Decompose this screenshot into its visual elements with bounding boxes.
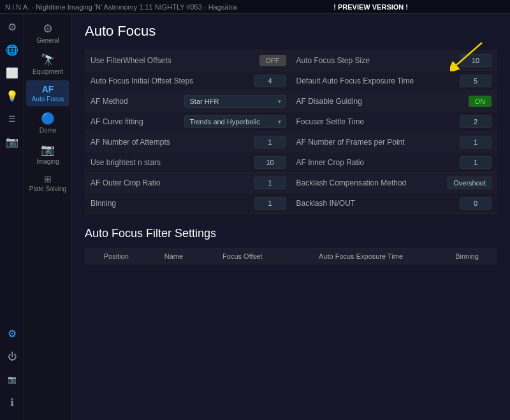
sidebar-item-general-label: General — [36, 37, 59, 44]
sidebar-item-platesolving[interactable]: ⊞ Plate Solving — [26, 170, 69, 196]
setting-exposure-time: Default Auto Focus Exposure Time 5 — [291, 71, 497, 91]
setting-inner-crop-value[interactable]: 1 — [460, 156, 492, 169]
setting-initial-offset-value[interactable]: 4 — [254, 75, 286, 87]
nav-power[interactable]: ⏻ — [2, 346, 22, 366]
setting-initial-offset: Auto Focus Initial Offset Steps 4 — [85, 71, 291, 91]
sidebar-item-autofocus-label: Auto Focus — [32, 96, 64, 103]
setting-brightest-stars-label: Use brightest n stars — [91, 158, 254, 167]
setting-settle-time: Focuser Settle Time 2 — [291, 112, 497, 132]
setting-backlash-inout: Backlash IN/OUT 0 — [291, 193, 497, 214]
main-content: Auto Focus Use FilterWheel Offsets OFF A… — [72, 14, 510, 420]
setting-inner-crop: AF Inner Crop Ratio 1 — [291, 152, 497, 173]
setting-binning-value[interactable]: 1 — [254, 197, 286, 210]
setting-binning: Binning 1 — [85, 193, 291, 214]
setting-initial-offset-label: Auto Focus Initial Offset Steps — [91, 76, 254, 85]
left-nav: ⚙ 🌐 ⬜ 💡 ☰ 📷 ⚙ ⏻ 📷 ℹ — [0, 14, 24, 420]
page-title: Auto Focus — [85, 23, 497, 40]
setting-outer-crop-value[interactable]: 1 — [254, 177, 286, 189]
setting-curve-fitting: AF Curve fitting Trends and Hyperbolic — [85, 112, 291, 132]
nav-skyatlas[interactable]: 🌐 — [2, 40, 22, 60]
setting-backlash-method-label: Backlash Compensation Method — [296, 178, 448, 187]
setting-step-size-label: Auto Focus Step Size — [296, 56, 460, 65]
setting-exposure-time-label: Default Auto Focus Exposure Time — [296, 76, 460, 85]
setting-binning-label: Binning — [91, 199, 254, 208]
sidebar-item-equipment[interactable]: 🔭 Equipment — [26, 49, 69, 79]
setting-frames-per-point: AF Number of Frames per Point 1 — [291, 132, 497, 152]
filter-col-exposure-time: Auto Focus Exposure Time — [284, 249, 437, 264]
title-bar: N.I.N.A. - Nighttime Imaging 'N' Astrono… — [0, 0, 510, 14]
preview-warning: ! PREVIEW VERSION ! — [333, 3, 408, 11]
setting-backlash-inout-label: Backlash IN/OUT — [296, 199, 460, 208]
imaging-icon: 📷 — [41, 143, 55, 157]
filter-col-focus-offset: Focus Offset — [200, 249, 285, 264]
nav-equipment[interactable]: ⚙ — [2, 17, 22, 37]
setting-inner-crop-label: AF Inner Crop Ratio — [296, 158, 460, 167]
toggle-disable-guiding[interactable]: ON — [469, 96, 492, 107]
setting-frames-per-point-value[interactable]: 1 — [460, 136, 492, 148]
setting-backlash-inout-value[interactable]: 0 — [460, 197, 492, 210]
side-panel: ⚙ General 🔭 Equipment AF Auto Focus 🔵 Do… — [24, 14, 72, 420]
app-title: N.I.N.A. - Nighttime Imaging 'N' Astrono… — [5, 3, 237, 11]
setting-af-method-label: AF Method — [91, 97, 184, 106]
dome-icon: 🔵 — [41, 112, 55, 126]
curve-fitting-dropdown[interactable]: Trends and Hyperbolic — [184, 115, 286, 128]
nav-framing[interactable]: ⬜ — [2, 62, 22, 83]
nav-info-icon[interactable]: ℹ — [2, 392, 22, 412]
setting-backlash-method: Backlash Compensation Method Overshoot — [291, 173, 497, 193]
sidebar-item-imaging[interactable]: 📷 Imaging — [26, 139, 69, 169]
setting-num-attempts-label: AF Number of Attempts — [91, 138, 254, 147]
nav-options[interactable]: ⚙ — [2, 323, 22, 344]
sidebar-item-general[interactable]: ⚙ General — [26, 18, 69, 48]
platesolving-icon: ⊞ — [44, 174, 52, 184]
sidebar-item-platesolving-label: Plate Solving — [29, 185, 66, 192]
yellow-arrow-annotation — [450, 40, 488, 71]
equipment-icon: 🔭 — [41, 53, 55, 67]
nav-camera-icon[interactable]: 📷 — [2, 369, 22, 389]
sidebar-item-dome-label: Dome — [40, 127, 57, 134]
setting-filterwheel-offsets: Use FilterWheel Offsets OFF — [85, 50, 291, 71]
setting-settle-time-label: Focuser Settle Time — [296, 117, 460, 126]
setting-backlash-method-value[interactable]: Overshoot — [448, 177, 492, 189]
svg-line-1 — [456, 43, 482, 65]
setting-brightest-stars: Use brightest n stars 10 — [85, 152, 291, 173]
filter-section-title: Auto Focus Filter Settings — [85, 227, 497, 240]
setting-exposure-time-value[interactable]: 5 — [460, 75, 492, 87]
sidebar-item-dome[interactable]: 🔵 Dome — [26, 108, 69, 138]
setting-frames-per-point-label: AF Number of Frames per Point — [296, 138, 460, 147]
setting-num-attempts: AF Number of Attempts 1 — [85, 132, 291, 152]
filter-col-binning: Binning — [437, 249, 497, 264]
setting-disable-guiding-label: AF Disable Guiding — [296, 97, 469, 106]
setting-af-method: AF Method Star HFR — [85, 91, 291, 112]
setting-settle-time-value[interactable]: 2 — [460, 115, 492, 128]
general-icon: ⚙ — [43, 22, 53, 36]
af-method-dropdown[interactable]: Star HFR — [184, 95, 286, 108]
sidebar-item-autofocus[interactable]: AF Auto Focus — [26, 80, 69, 106]
setting-outer-crop: AF Outer Crop Ratio 1 — [85, 173, 291, 193]
nav-sequencer[interactable]: ☰ — [2, 108, 22, 129]
sidebar-item-imaging-label: Imaging — [36, 158, 59, 165]
filter-col-name: Name — [147, 249, 200, 264]
sidebar-item-equipment-label: Equipment — [33, 68, 63, 75]
nav-imaging[interactable]: 📷 — [2, 131, 22, 152]
setting-num-attempts-value[interactable]: 1 — [254, 136, 286, 148]
setting-curve-fitting-label: AF Curve fitting — [91, 117, 184, 126]
nav-flatwizard[interactable]: 💡 — [2, 85, 22, 106]
autofocus-icon: AF — [42, 84, 54, 94]
filter-col-position: Position — [85, 249, 148, 264]
setting-filterwheel-offsets-label: Use FilterWheel Offsets — [91, 56, 259, 65]
filter-settings-table: Position Name Focus Offset Auto Focus Ex… — [85, 248, 497, 264]
setting-brightest-stars-value[interactable]: 10 — [254, 156, 286, 169]
toggle-filterwheel-offsets[interactable]: OFF — [259, 55, 286, 66]
setting-disable-guiding: AF Disable Guiding ON — [291, 91, 497, 112]
setting-outer-crop-label: AF Outer Crop Ratio — [91, 178, 254, 187]
